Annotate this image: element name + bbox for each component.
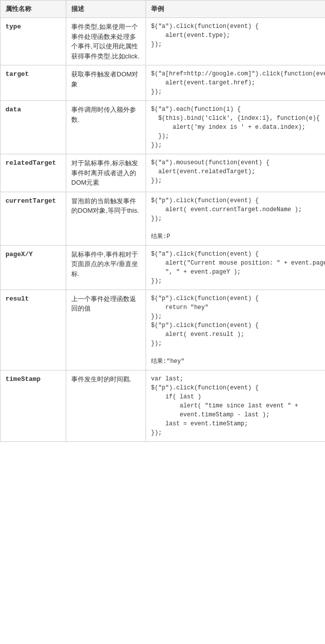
col-header-name: 属性名称	[0, 0, 66, 18]
property-description: 对于鼠标事件,标示触发事件时离开或者进入的DOM元素	[66, 154, 146, 192]
property-description: 获取事件触发者DOM对象	[66, 65, 146, 101]
table-row: currentTarget冒泡前的当前触发事件的DOM对象,等同于this.$(…	[0, 192, 325, 245]
table-row: result上一个事件处理函数返回的值$("p").click(function…	[0, 290, 325, 370]
property-example: $("a").click(function(event) { alert(eve…	[146, 18, 325, 65]
property-example: $("p").click(function(event) { return "h…	[146, 290, 325, 370]
property-example: var last; $("p").click(function(event) {…	[146, 370, 325, 441]
property-description: 冒泡前的当前触发事件的DOM对象,等同于this.	[66, 192, 146, 245]
property-example: $("a").click(function(event) { alert("Cu…	[146, 245, 325, 290]
property-description: 上一个事件处理函数返回的值	[66, 290, 146, 370]
property-name: data	[0, 101, 66, 154]
col-header-desc: 描述	[66, 0, 146, 18]
property-name: pageX/Y	[0, 245, 66, 290]
property-description: 事件发生时的时间戳.	[66, 370, 146, 441]
table-row: relatedTarget对于鼠标事件,标示触发事件时离开或者进入的DOM元素$…	[0, 154, 325, 192]
property-example: $("a[href=http://google.com]").click(fun…	[146, 65, 325, 101]
property-description: 事件类型,如果使用一个事件处理函数来处理多个事件,可以使用此属性获得事件类型,比…	[66, 18, 146, 65]
table-row: pageX/Y鼠标事件中,事件相对于页面原点的水平/垂直坐标.$("a").cl…	[0, 245, 325, 290]
property-description: 事件调用时传入额外参数.	[66, 101, 146, 154]
property-name: result	[0, 290, 66, 370]
property-name: target	[0, 65, 66, 101]
property-name: timeStamp	[0, 370, 66, 441]
property-example: $("a").mouseout(function(event) { alert(…	[146, 154, 325, 192]
table-row: type事件类型,如果使用一个事件处理函数来处理多个事件,可以使用此属性获得事件…	[0, 18, 325, 65]
property-description: 鼠标事件中,事件相对于页面原点的水平/垂直坐标.	[66, 245, 146, 290]
property-example: $("p").click(function(event) { alert( ev…	[146, 192, 325, 245]
property-name: relatedTarget	[0, 154, 66, 192]
table-row: timeStamp事件发生时的时间戳.var last; $("p").clic…	[0, 370, 325, 441]
property-name: type	[0, 18, 66, 65]
table-row: target获取事件触发者DOM对象$("a[href=http://googl…	[0, 65, 325, 101]
col-header-example: 举例	[146, 0, 325, 18]
table-row: data事件调用时传入额外参数.$("a").each(function(i) …	[0, 101, 325, 154]
property-name: currentTarget	[0, 192, 66, 245]
property-example: $("a").each(function(i) { $(this).bind('…	[146, 101, 325, 154]
